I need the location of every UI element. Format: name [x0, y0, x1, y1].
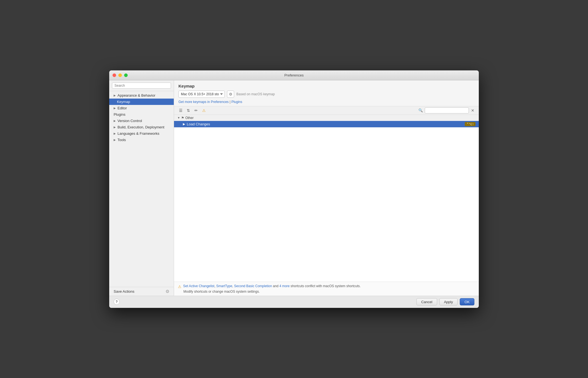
content-area: ▶ Appearance & Behavior Keymap ▶ Editor …	[109, 80, 479, 296]
filter-button[interactable]: ☰	[177, 107, 184, 113]
row-label: Load Changes	[187, 122, 465, 126]
bottom-actions: Cancel Apply OK	[416, 298, 474, 305]
help-button[interactable]: ?	[114, 299, 120, 305]
warning-line: ⚠ Set Active Changelist, SmartType, Seco…	[178, 284, 475, 289]
more-link[interactable]: 4 more	[279, 284, 290, 288]
keymap-gear-button[interactable]: ⚙	[227, 91, 234, 98]
bottom-bar: ? Cancel Apply OK	[109, 296, 479, 308]
warning-modify-text: Modify shortcuts or change macOS system …	[178, 290, 475, 294]
panel-title: Keymap	[178, 84, 474, 88]
title-bar: Preferences	[109, 70, 479, 80]
collapse-arrow-icon: ▼	[177, 116, 180, 119]
keymap-select[interactable]: Mac OS X 10.5+ 2018 sto	[178, 91, 225, 98]
sidebar-item-build[interactable]: ▶ Build, Execution, Deployment	[109, 124, 174, 130]
arrow-icon: ▶	[114, 138, 116, 141]
based-on-text: Based on macOS keymap	[236, 92, 275, 96]
maximize-button[interactable]	[124, 73, 128, 77]
close-search-icon[interactable]: ✕	[470, 108, 475, 113]
filter-icon: ☰	[179, 108, 183, 113]
sidebar-item-appearance[interactable]: ▶ Appearance & Behavior	[109, 92, 174, 99]
window-title: Preferences	[284, 73, 304, 77]
search-icon: 🔍	[418, 107, 424, 113]
row-icon: ▶	[183, 122, 185, 126]
tree-group-other[interactable]: ▼ ⚑ Other	[174, 115, 479, 121]
arrow-icon: ▶	[114, 107, 116, 110]
keymap-search-input[interactable]	[425, 107, 469, 113]
arrow-icon: ▶	[114, 94, 116, 97]
minimize-button[interactable]	[118, 73, 122, 77]
sidebar-item-save-actions[interactable]: Save Actions	[114, 289, 134, 294]
sidebar-search-area	[109, 80, 174, 91]
keymap-links: Get more keymaps in Preferences | Plugin…	[178, 100, 474, 104]
link-separator: |	[229, 100, 231, 104]
toolbar-search: 🔍 ✕	[418, 107, 475, 113]
keymap-controls: Mac OS X 10.5+ 2018 sto ⚙ Based on macOS…	[178, 91, 474, 98]
close-button[interactable]	[113, 73, 116, 77]
sidebar-bottom: Save Actions ⚙	[109, 287, 174, 296]
smarttype-link[interactable]: SmartType	[216, 284, 232, 288]
warning-bar: ⚠ Set Active Changelist, SmartType, Seco…	[174, 282, 479, 296]
set-active-changelist-link[interactable]: Set Active Changelist	[183, 284, 214, 288]
get-more-keymaps-link[interactable]: Get more keymaps in Preferences	[178, 100, 229, 104]
apply-button[interactable]: Apply	[439, 298, 458, 305]
warning-triangle-icon: ⚠	[178, 284, 181, 289]
group-icon: ⚑	[181, 116, 184, 120]
sidebar-item-keymap[interactable]: Keymap	[109, 99, 174, 105]
sidebar-items: ▶ Appearance & Behavior Keymap ▶ Editor …	[109, 91, 174, 287]
second-basic-completion-link[interactable]: Second Basic Completion	[234, 284, 272, 288]
warning-icon: ⚠	[202, 108, 206, 113]
window-buttons	[113, 73, 128, 77]
shortcut-badge: ⌃⌥↑	[465, 122, 476, 126]
warning-filter-button[interactable]: ⚠	[201, 107, 207, 113]
sort-button[interactable]: ⇅	[185, 107, 192, 113]
group-label: Other	[185, 116, 194, 120]
arrow-icon: ▶	[114, 119, 116, 122]
tree-row[interactable]: ▶ Load Changes ⌃⌥↑	[174, 121, 479, 128]
cancel-button[interactable]: Cancel	[416, 298, 437, 305]
settings-icon[interactable]: ⚙	[165, 289, 169, 294]
sidebar-item-tools[interactable]: ▶ Tools	[109, 137, 174, 143]
sidebar-search-input[interactable]	[112, 83, 171, 89]
warning-text: Set Active Changelist, SmartType, Second…	[183, 284, 361, 288]
sidebar-item-languages[interactable]: ▶ Languages & Frameworks	[109, 130, 174, 137]
main-panel: Keymap Mac OS X 10.5+ 2018 sto ⚙ Based o…	[174, 80, 479, 296]
toolbar-row: ☰ ⇅ ✏ ⚠ 🔍 ✕	[174, 106, 479, 115]
sort-icon: ⇅	[187, 108, 190, 113]
ok-button[interactable]: OK	[460, 298, 474, 305]
sidebar: ▶ Appearance & Behavior Keymap ▶ Editor …	[109, 80, 174, 296]
edit-button[interactable]: ✏	[193, 107, 199, 113]
plugins-link[interactable]: Plugins	[231, 100, 242, 104]
sidebar-item-version-control[interactable]: ▶ Version Control	[109, 118, 174, 124]
sidebar-item-plugins[interactable]: Plugins	[109, 111, 174, 118]
arrow-icon: ▶	[114, 132, 116, 135]
preferences-window: Preferences ▶ Appearance & Behavior Keym…	[109, 70, 479, 308]
pencil-icon: ✏	[194, 108, 198, 113]
main-header: Keymap Mac OS X 10.5+ 2018 sto ⚙ Based o…	[174, 80, 479, 106]
tree-area: ▼ ⚑ Other ▶ Load Changes ⌃⌥↑	[174, 115, 479, 282]
sidebar-item-editor[interactable]: ▶ Editor	[109, 105, 174, 111]
arrow-icon: ▶	[114, 126, 116, 129]
